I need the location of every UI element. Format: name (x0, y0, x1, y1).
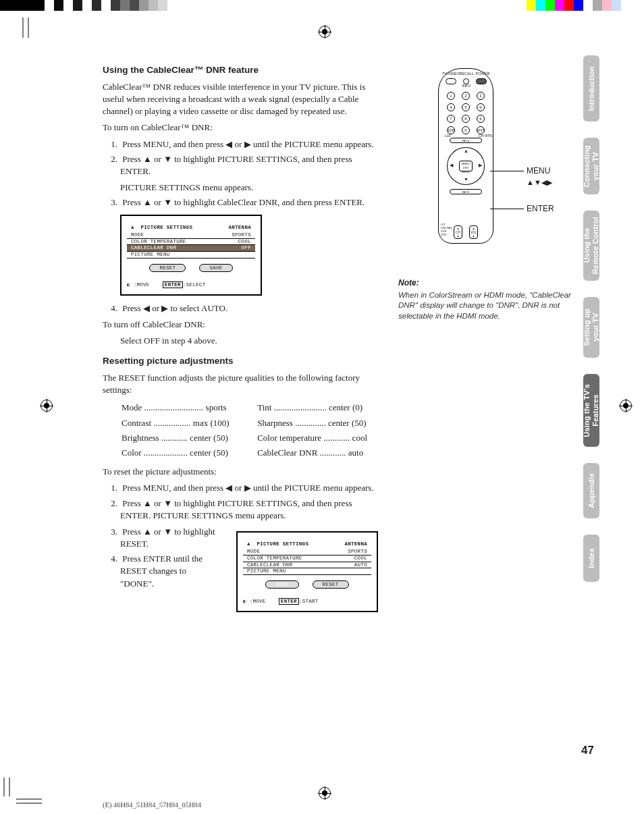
reset-steps-list: 1. Press MENU, and then press ◀ or ▶ unt… (103, 482, 378, 522)
crop-mark-icon (22, 11, 51, 40)
table-cell: CableClear DNR ............ auto (257, 447, 394, 460)
osd-row: PICTURE MENU (127, 252, 255, 259)
reset-steps-list-2: 3. Press ▲ or ▼ to highlight RESET. 4. P… (103, 526, 217, 590)
list-item: 3. Press ▲ or ▼ to highlight CableClear … (120, 196, 378, 209)
list-item: 2. Press ▲ or ▼ to highlight PICTURE SET… (120, 153, 378, 178)
note-title: Note: (398, 277, 587, 289)
dnr-steps-list: 1. Press MENU, and then press ◀ or ▶ unt… (103, 138, 378, 178)
table-cell: Tint ........................ center (0) (257, 402, 394, 415)
remote-label: POWER (475, 72, 491, 77)
keypad-button-icon: 6 (477, 103, 485, 111)
step-text: Press MENU, and then press ◀ or ▶ until … (122, 139, 373, 149)
osd-row: CABLECLEAR DNROFF (127, 245, 255, 252)
table-cell: Color temperature ............ cool (257, 432, 394, 445)
remote-label: RECALL (458, 72, 475, 77)
registration-mark-bottom (319, 787, 331, 799)
annotation-enter: ENTER (527, 203, 554, 215)
table-cell: Sharpness .............. center (50) (257, 417, 394, 431)
tv-video-button-icon (446, 78, 456, 84)
registration-mark-top (319, 26, 331, 38)
keypad-button-icon: 5 (462, 103, 470, 111)
dnr-turnoff-label: To turn off CableClear DNR: (103, 319, 378, 331)
power-button-icon (476, 78, 487, 84)
list-item: 3. Press ▲ or ▼ to highlight RESET. (120, 526, 217, 550)
section-tabs: IntroductionConnectingyour TVUsing theRe… (583, 55, 599, 598)
registration-mark-left (41, 400, 53, 412)
volume-button-icon: ▲VOL▼ (469, 225, 478, 239)
section-tab: Using the TV'sFeatures (583, 374, 599, 447)
list-item: 4. Press ENTER until the RESET changes t… (120, 553, 217, 590)
osd-row: PICTURE MENU (243, 568, 371, 575)
list-item: 1. Press MENU, and then press ◀ or ▶ unt… (120, 482, 378, 494)
mode-selector-icon: ▪TV CBL/SAT VCR DVD (441, 223, 452, 236)
osd-row: MODESPORTS (243, 549, 371, 555)
keypad-button-icon: 2 (462, 92, 470, 100)
remote-label: +10 (439, 134, 456, 139)
step-text: Press ▲ or ▼ to highlight PICTURE SETTIN… (120, 498, 352, 520)
keypad-button-icon: 7 (447, 115, 455, 123)
osd-row: MODESPORTS (127, 232, 255, 239)
keypad-button-icon: 8 (462, 115, 470, 123)
note-block: Note: When in ColorStream or HDMI mode, … (398, 277, 587, 321)
osd-subtitle: ANTENNA (344, 541, 367, 548)
annotation-menu: MENU (527, 165, 550, 177)
dpad-icon: ▲ ▼ ◀ ▶ MENUDVD MENU (447, 147, 485, 185)
heading-dnr: Using the CableClear™ DNR feature (103, 64, 378, 77)
dnr-step2-sub: PICTURE SETTINGS menu appears. (103, 182, 378, 194)
table-cell: Mode ........................... sports (122, 402, 256, 415)
defaults-table: Mode ........................... sports … (120, 400, 396, 462)
dnr-step4-list: 4. Press ◀ or ▶ to select AUTO. (103, 302, 378, 315)
channel-button-icon: ▲CH▼ (454, 225, 462, 239)
osd-save-button: SAVE (199, 264, 232, 273)
section-tab: Setting upyour TV (583, 297, 599, 358)
osd-title: PICTURE SETTINGS (140, 225, 192, 230)
osd-picture-settings-2: ▲ PICTURE SETTINGS ANTENNA MODESPORTSCOL… (236, 531, 378, 612)
dnr-turnoff-step: Select OFF in step 4 above. (103, 335, 378, 347)
note-text: When in ColorStream or HDMI mode, "Cable… (398, 290, 587, 322)
osd-hint: ◐ :MOVE ENTER:START (243, 598, 371, 605)
step-text: Press ◀ or ▶ to select AUTO. (122, 303, 227, 313)
keypad-button-icon: 0 (462, 126, 470, 134)
registration-mark-right (620, 400, 632, 412)
reset-howto-label: To reset the picture adjustments: (103, 466, 378, 478)
list-item: 1. Press MENU, and then press ◀ or ▶ unt… (120, 138, 378, 151)
section-tab: Appendix (583, 463, 599, 518)
osd-hint: ◐ :MOVE ENTER:SELECT (127, 281, 255, 289)
fav-down-button-icon: FAV▼ (450, 189, 482, 194)
keypad-button-icon: 4 (447, 103, 455, 111)
section-tab: Connectingyour TV (583, 138, 599, 194)
heading-reset: Resetting picture adjustments (103, 355, 378, 368)
osd-row: CABLECLEAR DNRAUTO (243, 562, 371, 569)
footer-models: (E) 46H84_51H84_57H84_65H84 (103, 801, 201, 811)
remote-label: TV/VIDEO (442, 72, 458, 77)
keypad-button-icon: 9 (477, 115, 485, 123)
dnr-turnon-label: To turn on CableClear™ DNR: (103, 121, 378, 134)
list-item: 4. Press ◀ or ▶ to select AUTO. (120, 302, 378, 315)
osd-row: COLOR TEMPERATURECOOL (243, 555, 371, 562)
section-tab: Using theRemote Control (583, 211, 599, 281)
step-text: Press MENU, and then press ◀ or ▶ until … (122, 483, 373, 493)
keypad-button-icon: 3 (477, 92, 485, 100)
remote-label: INFO (458, 84, 475, 89)
osd-reset-button: RESET (313, 580, 349, 589)
keypad-button-icon: 1 (447, 92, 455, 100)
osd-row: COLOR TEMPERATURECOOL (127, 239, 255, 246)
step-text: Press ▲ or ▼ to highlight CableClear DNR… (122, 197, 365, 207)
dnr-intro-text: CableClear™ DNR reduces visible interfer… (103, 81, 378, 118)
crop-mark-icon (3, 776, 46, 806)
table-cell: Color .................... center (50) (122, 447, 256, 460)
step-text: Press ▲ or ▼ to highlight PICTURE SETTIN… (120, 154, 352, 176)
section-tab: Introduction (583, 55, 599, 121)
osd-picture-settings-1: ▲ PICTURE SETTINGS ANTENNA MODESPORTSCOL… (120, 215, 262, 296)
annotation-arrows: ▲▼◀▶ (527, 178, 552, 188)
remote-label: CH RTN (477, 134, 493, 139)
table-cell: Brightness ............ center (50) (122, 432, 256, 445)
osd-subtitle: ANTENNA (228, 224, 251, 232)
reset-intro-text: The RESET function adjusts the picture q… (103, 372, 378, 396)
list-item: 2. Press ▲ or ▼ to highlight PICTURE SET… (120, 497, 378, 522)
step-text: Press ▲ or ▼ to highlight RESET. (120, 526, 215, 549)
osd-done-button: DONE (265, 580, 298, 589)
osd-reset-button: RESET (149, 264, 186, 273)
step-text: Press ENTER until the RESET changes to "… (120, 553, 203, 588)
top-color-bar (0, 0, 644, 11)
